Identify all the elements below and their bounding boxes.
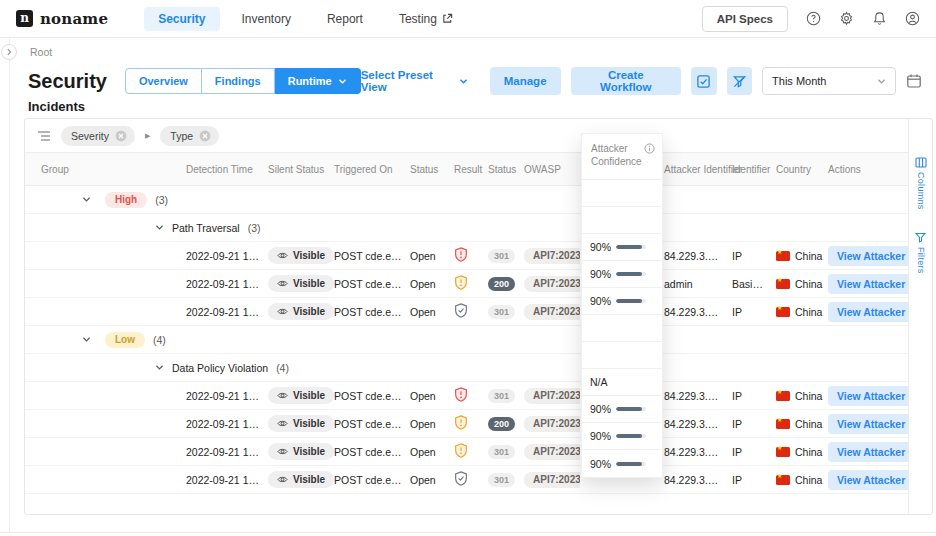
breadcrumb[interactable]: Root [30,46,52,58]
info-icon[interactable] [644,143,655,154]
collapse-group-icon[interactable] [155,224,164,231]
col-header-status-code[interactable]: Status [488,164,524,175]
nav-item-security[interactable]: Security [144,7,219,31]
group-count: (3) [248,222,261,234]
col-header-group[interactable]: Group [41,164,186,175]
row-groups-icon[interactable] [37,130,51,142]
type-group-row[interactable]: Data Policy Violation (4) [25,354,908,382]
external-link-icon [442,13,453,24]
view-attacker-button[interactable]: View Attacker [828,246,908,266]
col-header-country[interactable]: Country [776,164,828,175]
create-workflow-button[interactable]: Create Workflow [571,67,682,95]
status-cell: Open [410,250,454,262]
date-range-select[interactable]: This Month [762,67,896,95]
col-header-owasp[interactable]: OWASP [524,164,580,175]
incident-row[interactable]: 2022-09-21 17:11 Visible POST cde.europe… [25,410,908,438]
collapse-group-icon[interactable] [82,196,91,203]
silent-status-cell: Visible [268,247,334,264]
view-attacker-button[interactable]: View Attacker [828,274,908,294]
silent-status-cell: Visible [268,443,334,460]
china-flag-icon [776,447,790,457]
noname-logo-text: noname [40,10,108,28]
col-header-status[interactable]: Status [410,164,454,175]
view-attacker-button[interactable]: View Attacker [828,386,908,406]
status-code-badge: 200 [488,417,515,431]
incident-row[interactable]: 2022-09-21 17:11 Visible POST cde.europe… [25,382,908,410]
collapse-group-icon[interactable] [82,336,91,343]
col-header-result[interactable]: Result [454,164,488,175]
noname-logo[interactable]: n noname [16,10,108,28]
owasp-badge: API7:2023 [524,416,580,432]
col-header-triggered-on[interactable]: Triggered On [334,164,410,175]
group-count: (4) [153,334,166,346]
group-chip-severity[interactable]: Severity [61,126,135,146]
columns-panel-tab[interactable]: Columns [915,157,927,210]
expand-tree-button[interactable] [1,44,17,60]
owasp-badge: API7:2023 [524,444,580,460]
incident-row[interactable]: 2022-09-21 17:11 Visible POST cde.europe… [25,298,908,326]
account-icon[interactable] [905,11,920,26]
view-attacker-button[interactable]: View Attacker [828,302,908,322]
status-code-cell: 200 [488,277,524,291]
calendar-icon[interactable] [906,73,922,89]
severity-group-row[interactable]: Low (4) [25,326,908,354]
group-label: Data Policy Violation [172,362,268,374]
col-header-identifier[interactable]: Identifier [732,164,776,175]
page-header: Security Overview Findings Runtime Selec… [28,66,922,96]
page-title: Security [28,70,107,93]
silent-status-cell: Visible [268,471,334,488]
view-attacker-button[interactable]: View Attacker [828,470,908,490]
remove-chip-icon[interactable] [115,130,127,142]
manage-button[interactable]: Manage [490,67,561,95]
nav-item-testing[interactable]: Testing [385,7,467,31]
col-header-detection-time[interactable]: Detection Time [186,164,268,175]
bulk-select-button[interactable] [691,67,717,95]
clear-filters-button[interactable] [727,67,753,95]
columns-icon [915,157,927,168]
view-attacker-button[interactable]: View Attacker [828,414,908,434]
main-nav: Security Inventory Report Testing [144,7,467,31]
country-cell: China [776,474,828,486]
tree-panel-divider [9,38,10,533]
incident-row[interactable]: 2022-09-21 17:11 Visible POST cde.europe… [25,242,908,270]
col-header-actions[interactable]: Actions [828,164,908,175]
result-shield-icon [454,415,468,430]
detection-time-cell: 2022-09-21 17:11 [186,418,268,430]
attacker-identifier-cell: 84.229.3.224 [664,390,732,402]
attacker-identifier-cell: 84.229.3.224 [664,250,732,262]
tab-runtime[interactable]: Runtime [275,68,361,94]
incident-row[interactable]: 2022-09-21 17:11 Visible POST cde.europe… [25,270,908,298]
collapse-group-icon[interactable] [155,364,164,371]
incident-row[interactable]: 2022-09-21 17:11 Visible POST cde.europe… [25,466,908,494]
select-preset-view-dropdown[interactable]: Select Preset View [361,69,468,93]
noname-logo-icon: n [16,10,33,27]
result-cell [454,275,488,292]
tab-overview[interactable]: Overview [125,68,202,94]
attacker-identifier-cell: 84.229.3.224 [664,474,732,486]
type-group-row[interactable]: Path Traversal (3) [25,214,908,242]
triggered-on-cell: POST cde.europe… [334,278,410,290]
result-cell [454,443,488,460]
col-header-silent-status[interactable]: Silent Status [268,164,334,175]
remove-chip-icon[interactable] [199,130,211,142]
floating-confidence-cell: 90% [582,450,662,477]
notifications-bell-icon[interactable] [872,11,887,26]
incident-row[interactable]: 2022-09-21 17:11 Visible POST cde.europe… [25,438,908,466]
nav-item-inventory[interactable]: Inventory [228,7,305,31]
status-code-cell: 301 [488,473,524,487]
result-shield-icon [454,275,468,290]
dragged-column-attacker-confidence[interactable]: Attacker Confidence 90%90%90%N/A90%90%90… [581,133,663,478]
status-cell: Open [410,278,454,290]
filters-panel-tab[interactable]: Filters [915,232,926,274]
api-specs-button[interactable]: API Specs [702,6,788,32]
help-icon[interactable] [806,11,821,26]
group-chip-type[interactable]: Type [160,126,219,146]
filter-off-icon [732,74,747,89]
severity-group-row[interactable]: High (3) [25,186,908,214]
nav-item-report[interactable]: Report [313,7,377,31]
tab-findings[interactable]: Findings [202,68,275,94]
owasp-badge: API7:2023 [524,472,580,488]
view-attacker-button[interactable]: View Attacker [828,442,908,462]
settings-gear-icon[interactable] [839,11,854,26]
col-header-attacker-identifier[interactable]: Attacker Identifier [664,164,732,175]
